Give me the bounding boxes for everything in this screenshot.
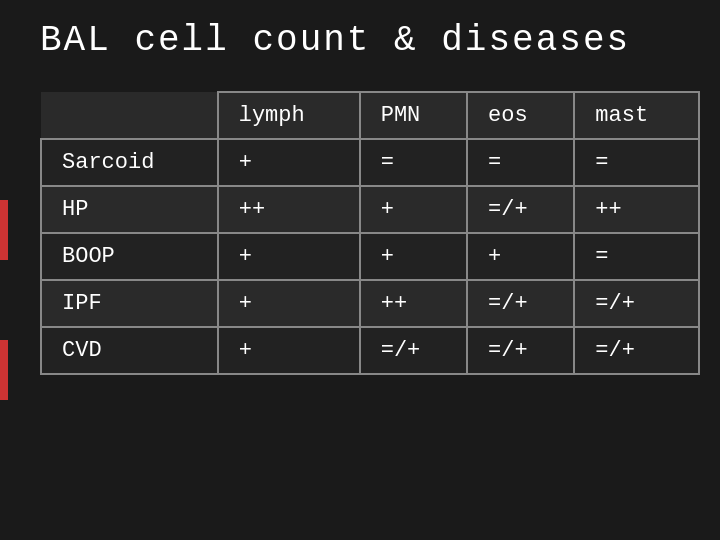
cell-value: =/+ <box>574 327 699 374</box>
table-row: BOOP+++= <box>41 233 699 280</box>
table-row: IPF+++=/+=/+ <box>41 280 699 327</box>
col-header-empty <box>41 92 218 139</box>
table-container: lymph PMN eos mast Sarcoid+===HP+++=/+++… <box>30 91 690 520</box>
row-label: IPF <box>41 280 218 327</box>
cell-value: =/+ <box>574 280 699 327</box>
table-row: CVD+=/+=/+=/+ <box>41 327 699 374</box>
row-label: HP <box>41 186 218 233</box>
col-header-pmn: PMN <box>360 92 467 139</box>
cell-value: =/+ <box>360 327 467 374</box>
cell-value: + <box>218 139 360 186</box>
cell-value: =/+ <box>467 327 574 374</box>
page-title: BAL cell count & diseases <box>30 20 690 61</box>
row-label: CVD <box>41 327 218 374</box>
row-label: Sarcoid <box>41 139 218 186</box>
cell-value: = <box>574 233 699 280</box>
table-row: Sarcoid+=== <box>41 139 699 186</box>
cell-value: + <box>360 186 467 233</box>
cell-value: + <box>218 280 360 327</box>
bal-cell-count-table: lymph PMN eos mast Sarcoid+===HP+++=/+++… <box>40 91 700 375</box>
row-label: BOOP <box>41 233 218 280</box>
left-accent-2 <box>0 340 8 400</box>
table-row: HP+++=/+++ <box>41 186 699 233</box>
cell-value: + <box>360 233 467 280</box>
cell-value: = <box>360 139 467 186</box>
cell-value: + <box>218 233 360 280</box>
col-header-eos: eos <box>467 92 574 139</box>
cell-value: ++ <box>574 186 699 233</box>
col-header-mast: mast <box>574 92 699 139</box>
cell-value: ++ <box>218 186 360 233</box>
left-accent-1 <box>0 200 8 260</box>
col-header-lymph: lymph <box>218 92 360 139</box>
table-header-row: lymph PMN eos mast <box>41 92 699 139</box>
cell-value: =/+ <box>467 280 574 327</box>
cell-value: + <box>218 327 360 374</box>
cell-value: = <box>467 139 574 186</box>
cell-value: ++ <box>360 280 467 327</box>
cell-value: =/+ <box>467 186 574 233</box>
cell-value: = <box>574 139 699 186</box>
cell-value: + <box>467 233 574 280</box>
